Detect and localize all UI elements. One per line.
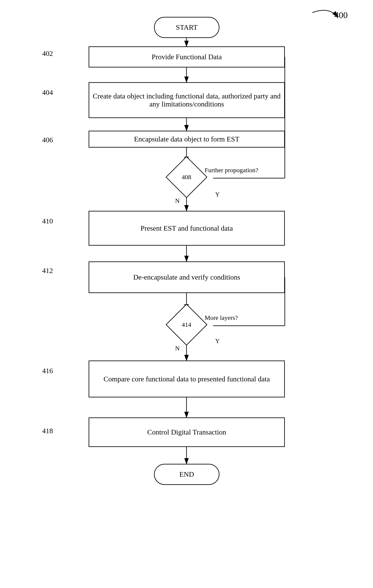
- node-402: Provide Functional Data: [89, 46, 285, 67]
- node-418: Control Digital Transaction: [89, 418, 285, 447]
- node-408-diamond: [166, 156, 207, 198]
- node-416: Compare core functional data to presente…: [89, 360, 285, 397]
- node-408-y: Y: [215, 191, 220, 198]
- step-418-label: 418: [42, 427, 53, 435]
- step-412-label: 412: [42, 267, 53, 275]
- step-404-label: 404: [42, 89, 53, 96]
- node-408-n: N: [175, 197, 180, 204]
- node-412: De-encapsulate and verify conditions: [89, 262, 285, 293]
- node-414-question: More layers?: [205, 314, 238, 321]
- node-404: Create data object including functional …: [89, 82, 285, 118]
- step-402-label: 402: [42, 50, 53, 58]
- flowchart-diagram: 400 START 402 Provide Functional Data 40…: [0, 0, 373, 588]
- node-408-question: Further propogation?: [205, 167, 258, 174]
- diagram-label: 400: [334, 10, 348, 20]
- node-406: Encapsulate data object to form EST: [89, 131, 285, 147]
- node-410: Present EST and functional data: [89, 211, 285, 246]
- step-406-label: 406: [42, 136, 53, 144]
- step-410-label: 410: [42, 217, 53, 225]
- node-414-y: Y: [215, 337, 220, 345]
- step-416-label: 416: [42, 367, 53, 375]
- node-414-n: N: [175, 345, 180, 352]
- start-node: START: [154, 17, 219, 38]
- end-node: END: [154, 464, 219, 485]
- node-414-diamond: [166, 304, 207, 346]
